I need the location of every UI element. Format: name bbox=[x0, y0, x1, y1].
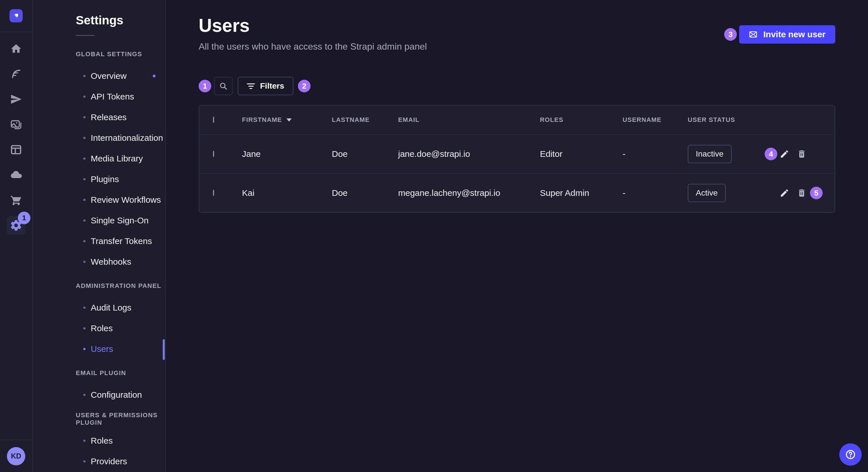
bullet-icon bbox=[83, 158, 86, 160]
paper-plane-icon[interactable] bbox=[7, 90, 25, 108]
pencil-icon bbox=[780, 149, 789, 159]
column-header-email[interactable]: EMAIL bbox=[398, 116, 540, 124]
layout-icon[interactable] bbox=[7, 140, 25, 159]
sidebar-item-webhooks[interactable]: Webhooks bbox=[33, 251, 165, 272]
invite-new-user-label: Invite new user bbox=[763, 30, 826, 39]
column-header-label: LASTNAME bbox=[332, 116, 370, 124]
feather-icon[interactable] bbox=[7, 65, 25, 83]
invite-group: 3 Invite new user bbox=[724, 25, 835, 43]
sidebar-item-transfer-tokens[interactable]: Transfer Tokens bbox=[33, 231, 165, 251]
delete-button[interactable] bbox=[797, 149, 807, 159]
page-header: Users All the users who have access to t… bbox=[198, 0, 835, 52]
cell-firstname: Kai bbox=[242, 188, 332, 198]
cart-icon[interactable] bbox=[7, 191, 25, 209]
settings-gear-icon[interactable]: 1 bbox=[7, 216, 25, 235]
sidebar-item-releases[interactable]: Releases bbox=[33, 107, 165, 128]
sidebar-item-admin-roles[interactable]: Roles bbox=[33, 318, 165, 339]
invite-new-user-button[interactable]: Invite new user bbox=[739, 25, 835, 43]
sort-caret-down-icon bbox=[286, 119, 291, 122]
select-all-checkbox[interactable] bbox=[213, 117, 214, 123]
edit-button[interactable] bbox=[780, 188, 789, 198]
column-header-label: USER STATUS bbox=[688, 116, 735, 124]
row-checkbox[interactable] bbox=[213, 151, 214, 157]
section-administration-panel: ADMINISTRATION PANEL bbox=[76, 280, 165, 292]
pencil-icon bbox=[780, 188, 789, 198]
filters-button[interactable]: Filters bbox=[238, 77, 293, 95]
column-header-roles[interactable]: ROLES bbox=[540, 116, 623, 124]
edit-button[interactable] bbox=[780, 149, 789, 159]
sidebar-item-label: Transfer Tokens bbox=[91, 236, 152, 246]
sidebar-item-users[interactable]: Users bbox=[33, 339, 165, 359]
scrollbar-thumb[interactable] bbox=[163, 339, 165, 360]
user-avatar[interactable]: KD bbox=[7, 447, 25, 465]
sidebar-item-label: Configuration bbox=[91, 390, 142, 400]
column-header-username[interactable]: USERNAME bbox=[623, 116, 688, 124]
column-header-lastname[interactable]: LASTNAME bbox=[332, 116, 398, 124]
sidebar-icon-stack: 1 bbox=[7, 32, 25, 235]
bullet-icon bbox=[83, 96, 86, 98]
sidebar-item-label: Webhooks bbox=[91, 257, 131, 267]
user-status-badge: Inactive bbox=[688, 145, 732, 163]
page-title-block: Users All the users who have access to t… bbox=[198, 16, 427, 52]
column-header-user-status[interactable]: USER STATUS bbox=[688, 116, 753, 124]
bullet-icon bbox=[83, 394, 86, 396]
sidebar-item-single-sign-on[interactable]: Single Sign-On bbox=[33, 210, 165, 231]
cell-email: megane.lacheny@strapi.io bbox=[398, 188, 540, 198]
sidebar-item-review-workflows[interactable]: Review Workflows bbox=[33, 190, 165, 210]
sidebar-item-label: Roles bbox=[91, 436, 113, 446]
strapi-mark-icon bbox=[12, 12, 20, 20]
toolbar: 1 Filters 2 bbox=[198, 77, 835, 95]
sidebar-item-label: API Tokens bbox=[91, 92, 134, 102]
sidebar-item-providers[interactable]: Providers bbox=[33, 451, 165, 472]
column-header-label: EMAIL bbox=[398, 116, 420, 124]
bullet-icon bbox=[83, 240, 86, 242]
annotation-badge-4: 4 bbox=[765, 148, 777, 160]
filter-lines-icon bbox=[247, 83, 255, 89]
sidebar-item-label: Media Library bbox=[91, 154, 143, 164]
page-title: Users bbox=[198, 16, 427, 35]
section-email-plugin: EMAIL PLUGIN bbox=[76, 367, 165, 379]
logo-zone bbox=[0, 0, 32, 32]
bullet-icon bbox=[83, 460, 86, 463]
sidebar-item-label: Users bbox=[91, 344, 113, 354]
sidebar-item-internationalization[interactable]: Internationalization bbox=[33, 128, 165, 148]
filters-label: Filters bbox=[260, 81, 284, 91]
sidebar-item-up-roles[interactable]: Roles bbox=[33, 430, 165, 451]
main-content: Users All the users who have access to t… bbox=[166, 0, 868, 472]
bullet-icon bbox=[83, 348, 86, 350]
column-header-firstname[interactable]: FIRSTNAME bbox=[242, 116, 332, 124]
bullet-icon bbox=[83, 440, 86, 442]
media-library-icon[interactable] bbox=[7, 115, 25, 134]
home-icon[interactable] bbox=[7, 40, 25, 58]
row-checkbox[interactable] bbox=[213, 190, 214, 196]
user-status-badge: Active bbox=[688, 184, 725, 202]
help-button[interactable] bbox=[839, 443, 862, 466]
cloud-icon[interactable] bbox=[7, 166, 25, 184]
sidebar-item-configuration[interactable]: Configuration bbox=[33, 384, 165, 405]
strapi-logo-icon[interactable] bbox=[9, 9, 23, 22]
bullet-icon bbox=[83, 137, 86, 139]
search-icon bbox=[219, 81, 228, 91]
sidebar-item-media-library[interactable]: Media Library bbox=[33, 148, 165, 169]
sidebar-item-api-tokens[interactable]: API Tokens bbox=[33, 86, 165, 107]
table-row[interactable]: Jane Doe jane.doe@strapi.io Editor - Ina… bbox=[199, 135, 835, 173]
primary-icon-sidebar: 1 KD bbox=[0, 0, 33, 472]
sidebar-item-overview[interactable]: Overview bbox=[33, 66, 165, 86]
sidebar-item-audit-logs[interactable]: Audit Logs bbox=[33, 297, 165, 318]
column-header-label: ROLES bbox=[540, 116, 563, 124]
cell-firstname: Jane bbox=[242, 149, 332, 159]
delete-button[interactable] bbox=[797, 188, 807, 198]
bullet-icon bbox=[83, 199, 86, 201]
table-row[interactable]: Kai Doe megane.lacheny@strapi.io Super A… bbox=[199, 173, 835, 212]
bullet-icon bbox=[83, 220, 86, 222]
annotation-badge-1: 1 bbox=[198, 80, 211, 92]
annotation-badge-3: 3 bbox=[724, 28, 737, 41]
trash-icon bbox=[797, 188, 807, 198]
search-button[interactable] bbox=[214, 77, 232, 95]
bullet-icon bbox=[83, 178, 86, 180]
cell-lastname: Doe bbox=[332, 188, 398, 198]
bullet-icon bbox=[83, 75, 86, 77]
settings-notification-badge: 1 bbox=[18, 212, 30, 224]
sidebar-item-plugins[interactable]: Plugins bbox=[33, 169, 165, 190]
table-header-row: FIRSTNAME LASTNAME EMAIL ROLES USERNAME … bbox=[199, 105, 835, 135]
